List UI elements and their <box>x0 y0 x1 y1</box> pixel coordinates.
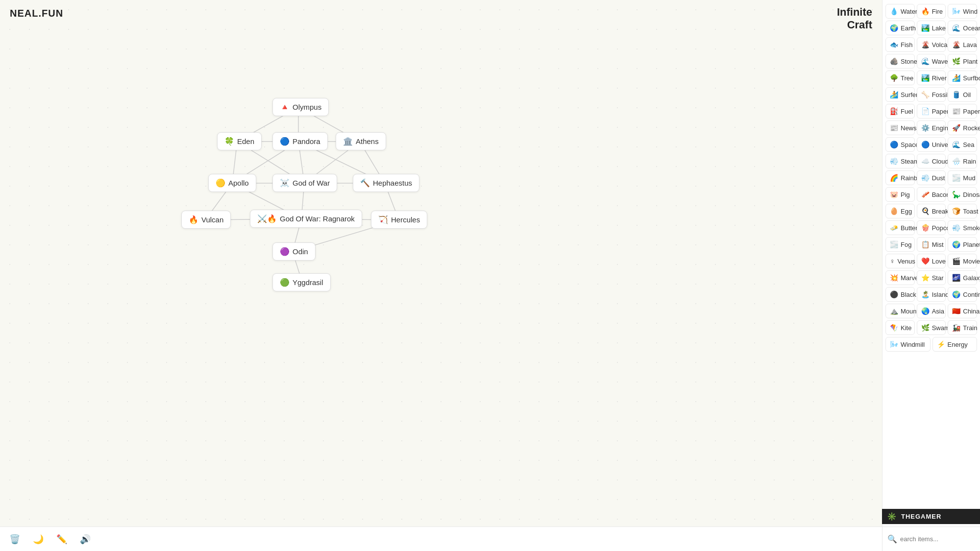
sidebar[interactable]: 💧Water🔥Fire🌬️Wind🌍Earth🏞️Lake🌊Ocean🐟Fish… <box>882 0 980 551</box>
sidebar-emoji: 🌿 <box>921 324 930 332</box>
sidebar-item-tree[interactable]: 🌳Tree <box>885 71 915 85</box>
sidebar-item-windmill[interactable]: 🌬️Windmill <box>885 337 931 352</box>
sidebar-item-rocket[interactable]: 🚀Rocket <box>948 120 977 135</box>
sidebar-emoji: ☁️ <box>921 157 930 165</box>
sidebar-item-galaxy[interactable]: 🌌Galaxy <box>948 270 977 285</box>
sidebar-label: Surfboard <box>963 74 980 82</box>
sidebar-item-ocean[interactable]: 🌊Ocean <box>948 21 977 35</box>
sidebar-item-stone[interactable]: 🪨Stone <box>885 54 915 69</box>
sidebar-item-energy[interactable]: ⚡Energy <box>932 337 978 352</box>
sidebar-emoji: 🍿 <box>921 224 930 232</box>
craft-node-hercules[interactable]: 🏹Hercules <box>371 211 427 229</box>
sidebar-label: Fog <box>901 241 911 248</box>
sidebar-item-fuel[interactable]: ⛽Fuel <box>885 104 915 119</box>
infinite-craft-logo: Infinite Craft <box>837 6 872 32</box>
sidebar-item-wind[interactable]: 🌬️Wind <box>948 4 977 19</box>
sidebar-item-china[interactable]: 🇨🇳China <box>948 304 977 318</box>
craft-node-odin[interactable]: 🟣Odin <box>272 242 316 261</box>
sidebar-emoji: 🔥 <box>921 7 930 15</box>
sidebar-emoji: 🏝️ <box>921 290 930 298</box>
sidebar-item-plant[interactable]: 🌿Plant <box>948 54 977 69</box>
sidebar-item-kite[interactable]: 🪁Kite <box>885 320 915 335</box>
sidebar-item-lake[interactable]: 🏞️Lake <box>917 21 946 35</box>
sidebar-row: 💧Water🔥Fire🌬️Wind <box>885 4 977 19</box>
sidebar-item-love[interactable]: ❤️Love <box>917 254 946 268</box>
sidebar-item-volcano[interactable]: 🌋Volcano <box>917 37 946 52</box>
sidebar-item-lava[interactable]: 🌋Lava <box>948 37 977 52</box>
sidebar-item-newspaper[interactable]: 📰Newspaper <box>885 120 915 135</box>
pencil-icon[interactable]: ✏️ <box>55 532 69 546</box>
craft-node-athens[interactable]: 🏛️Athens <box>336 132 386 150</box>
sidebar-item-universe[interactable]: 🔵Universe <box>917 137 946 152</box>
sidebar-item-dinosaur[interactable]: 🦕Dinosaur <box>948 187 977 202</box>
thegamer-icon: ✳️ <box>887 512 897 521</box>
trash-icon[interactable]: 🗑️ <box>8 532 22 546</box>
search-box[interactable]: 🔍 <box>882 527 980 551</box>
sidebar-item-engine[interactable]: ⚙️Engine <box>917 120 946 135</box>
sidebar-item-toast[interactable]: 🍞Toast <box>948 204 977 218</box>
sidebar-row: 🌬️Windmill⚡Energy <box>885 337 977 352</box>
sidebar-item-sea[interactable]: 🌊Sea <box>948 137 977 152</box>
sidebar-emoji: 🌊 <box>952 141 960 148</box>
sidebar-item-river[interactable]: 🏞️River <box>917 71 946 85</box>
craft-node-pandora[interactable]: 🔵Pandora <box>272 132 328 150</box>
sidebar-item-rain[interactable]: 🌧️Rain <box>948 154 977 168</box>
sidebar-label: Paperboy <box>963 108 980 115</box>
speaker-icon[interactable]: 🔊 <box>78 532 92 546</box>
sidebar-item-mist[interactable]: 📋Mist <box>917 237 946 252</box>
craft-node-olympus[interactable]: 🔺Olympus <box>272 98 329 116</box>
sidebar-item-butter[interactable]: 🧈Butter <box>885 220 915 235</box>
sidebar-item-island[interactable]: 🏝️Island <box>917 287 946 302</box>
sidebar-item-wave[interactable]: 🌊Wave <box>917 54 946 69</box>
sidebar-item-mountain[interactable]: ⛰️Mountain <box>885 304 915 318</box>
sidebar-item-dust[interactable]: 💨Dust <box>917 170 946 185</box>
sidebar-item-train[interactable]: 🚂Train <box>948 320 977 335</box>
sidebar-item-space[interactable]: 🔵Space <box>885 137 915 152</box>
craft-node-hephaestus[interactable]: 🔨Hephaestus <box>353 174 419 192</box>
sidebar-item-star[interactable]: ⭐Star <box>917 270 946 285</box>
sidebar-item-surfer[interactable]: 🏄Surfer <box>885 87 915 102</box>
sidebar-item-cloud[interactable]: ☁️Cloud <box>917 154 946 168</box>
craft-node-god_of_war[interactable]: ☠️God of War <box>272 174 337 192</box>
craft-node-vulcan[interactable]: 🔥Vulcan <box>181 211 231 229</box>
sidebar-item-water[interactable]: 💧Water <box>885 4 915 19</box>
sidebar-item-fire[interactable]: 🔥Fire <box>917 4 946 19</box>
craft-node-apollo[interactable]: 🟡Apollo <box>208 174 256 192</box>
sidebar-item-popcorn[interactable]: 🍿Popcorn <box>917 220 946 235</box>
sidebar-item-swamp[interactable]: 🌿Swamp <box>917 320 946 335</box>
sidebar-item-pig[interactable]: 🐷Pig <box>885 187 915 202</box>
sidebar-item-fossil[interactable]: 🦴Fossil <box>917 87 946 102</box>
sidebar-item-bacon[interactable]: 🥓Bacon <box>917 187 946 202</box>
node-label-apollo: Apollo <box>228 179 249 187</box>
search-input[interactable] <box>900 535 975 543</box>
sidebar-item-surfboard[interactable]: 🏄Surfboard <box>948 71 977 85</box>
sidebar-emoji: 💨 <box>890 157 898 165</box>
sidebar-item-mud[interactable]: 🌫️Mud <box>948 170 977 185</box>
sidebar-item-oil[interactable]: 🛢️Oil <box>948 87 977 102</box>
craft-node-god_of_war_ragnarok[interactable]: ⚔️🔥God Of War: Ragnarok <box>250 210 362 228</box>
sidebar-item-paperboy[interactable]: 📰Paperboy <box>948 104 977 119</box>
sidebar-item-breakfast[interactable]: 🍳Breakfast <box>917 204 946 218</box>
craft-node-yggdrasil[interactable]: 🟢Yggdrasil <box>272 273 331 291</box>
sidebar-item-continent[interactable]: 🌍Continent <box>948 287 977 302</box>
craft-node-eden[interactable]: 🍀Eden <box>217 132 262 150</box>
sidebar-item-rainbow[interactable]: 🌈Rainbow <box>885 170 915 185</box>
sidebar-item-marvel[interactable]: 💥Marvel <box>885 270 915 285</box>
sidebar-emoji: 🧈 <box>890 224 898 232</box>
sidebar-emoji: 🥓 <box>921 191 930 198</box>
sidebar-item-asia[interactable]: 🌏Asia <box>917 304 946 318</box>
sidebar-item-paper[interactable]: 📄Paper <box>917 104 946 119</box>
sidebar-item-venus[interactable]: ♀️Venus <box>885 254 915 268</box>
sidebar-item-black-hole[interactable]: ⚫Black Hole <box>885 287 915 302</box>
sidebar-item-steam[interactable]: 💨Steam <box>885 154 915 168</box>
sidebar-item-earth[interactable]: 🌍Earth <box>885 21 915 35</box>
sidebar-item-egg[interactable]: 🥚Egg <box>885 204 915 218</box>
sidebar-item-fish[interactable]: 🐟Fish <box>885 37 915 52</box>
moon-icon[interactable]: 🌙 <box>31 532 45 546</box>
sidebar-item-planet[interactable]: 🌍Planet <box>948 237 977 252</box>
sidebar-item-movie[interactable]: 🎬Movie <box>948 254 977 268</box>
sidebar-emoji: 🍞 <box>952 207 960 215</box>
sidebar-item-smoke[interactable]: 💨Smoke <box>948 220 977 235</box>
sidebar-item-fog[interactable]: 🌫️Fog <box>885 237 915 252</box>
sidebar-row: 🥚Egg🍳Breakfast🍞Toast <box>885 204 977 218</box>
